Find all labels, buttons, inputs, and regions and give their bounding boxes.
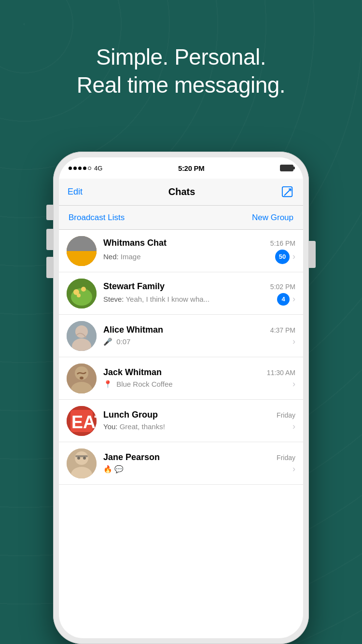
avatar: EAT xyxy=(67,406,97,436)
signal-dots xyxy=(69,167,91,170)
svg-point-16 xyxy=(80,377,84,379)
tagline-line2: Real time messaging. xyxy=(77,72,285,98)
chat-preview-row: 📍 Blue Rock Coffee › xyxy=(103,379,295,389)
chevron-right-icon: › xyxy=(292,421,295,432)
svg-point-9 xyxy=(77,294,81,297)
chevron-right-icon: › xyxy=(292,294,295,304)
avatar xyxy=(67,321,97,351)
chat-preview-row: Steve: Yeah, I think I know wha... 4 › xyxy=(103,293,295,306)
chevron-right-icon: › xyxy=(292,464,295,474)
unread-badge: 4 xyxy=(277,293,290,306)
carrier-text: 4G xyxy=(94,165,102,172)
chat-preview: You: Great, thanks! xyxy=(103,422,290,431)
svg-rect-25 xyxy=(75,455,88,457)
battery-icon xyxy=(280,165,293,171)
status-time: 5:20 PM xyxy=(178,164,205,172)
chat-content: Stewart Family 5:02 PM Steve: Yeah, I th… xyxy=(103,281,295,306)
tagline: Simple. Personal. Real time messaging. xyxy=(0,43,362,99)
chat-preview-row: Ned: Image 50 › xyxy=(103,250,295,264)
chat-top-row: Stewart Family 5:02 PM xyxy=(103,281,295,292)
volume-down-button[interactable] xyxy=(46,257,53,278)
broadcast-lists-button[interactable]: Broadcast Lists xyxy=(69,213,125,223)
chat-preview-row: 🎤 0:07 › xyxy=(103,336,295,347)
list-item[interactable]: Jack Whitman 11:30 AM 📍 Blue Rock Coffee… xyxy=(59,357,303,400)
page-title: Chats xyxy=(168,186,195,197)
action-bar: Broadcast Lists New Group xyxy=(59,206,303,230)
chat-time: Friday xyxy=(277,454,295,462)
avatar xyxy=(67,279,97,308)
svg-rect-2 xyxy=(67,236,97,266)
compose-button[interactable] xyxy=(281,185,294,199)
unread-badge: 50 xyxy=(275,250,290,264)
svg-line-1 xyxy=(284,189,291,195)
chat-preview: Steve: Yeah, I think I know wha... xyxy=(103,295,274,303)
chat-content: Alice Whitman 4:37 PM 🎤 0:07 › xyxy=(103,325,295,347)
signal-dot-1 xyxy=(69,167,72,170)
chat-preview: Ned: Image xyxy=(103,252,272,261)
chat-name: Alice Whitman xyxy=(103,325,163,335)
list-item[interactable]: Whitmans Chat 5:16 PM Ned: Image 50 › xyxy=(59,230,303,272)
phone-frame: 4G 5:20 PM Edit Chats Broadcast Lists Ne… xyxy=(53,152,309,644)
list-item[interactable]: Stewart Family 5:02 PM Steve: Yeah, I th… xyxy=(59,272,303,315)
mic-icon: 🎤 xyxy=(103,337,112,346)
nav-bar: Edit Chats xyxy=(59,179,303,206)
chat-preview-row: 🔥 💬 › xyxy=(103,464,295,474)
chat-preview: 🎤 0:07 xyxy=(103,337,290,346)
list-item[interactable]: Jane Pearson Friday 🔥 💬 › xyxy=(59,442,303,485)
list-item[interactable]: EAT Lunch Group Friday You: Great, thank… xyxy=(59,400,303,442)
chat-content: Jack Whitman 11:30 AM 📍 Blue Rock Coffee… xyxy=(103,367,295,389)
chat-sender: You: xyxy=(103,422,120,431)
battery-container xyxy=(280,165,293,171)
location-icon: 📍 xyxy=(103,380,112,388)
svg-rect-4 xyxy=(70,245,93,259)
chat-list: Whitmans Chat 5:16 PM Ned: Image 50 › xyxy=(59,230,303,485)
chevron-right-icon: › xyxy=(292,379,295,389)
svg-point-11 xyxy=(75,325,88,338)
chat-sender: Steve: xyxy=(103,295,125,303)
chat-time: Friday xyxy=(277,411,295,419)
chat-name: Jack Whitman xyxy=(103,367,162,378)
signal-dot-2 xyxy=(73,167,77,170)
chat-top-row: Whitmans Chat 5:16 PM xyxy=(103,238,295,248)
signal-carrier: 4G xyxy=(69,165,102,172)
svg-rect-3 xyxy=(67,251,97,266)
chat-time: 4:37 PM xyxy=(270,326,295,334)
chat-preview-row: You: Great, thanks! › xyxy=(103,421,295,432)
svg-text:EAT: EAT xyxy=(71,412,97,432)
chevron-right-icon: › xyxy=(292,336,295,347)
signal-dot-4 xyxy=(83,167,86,170)
new-group-button[interactable]: New Group xyxy=(252,213,293,223)
mute-button[interactable] xyxy=(46,205,53,220)
chat-sender: Ned: xyxy=(103,252,121,261)
signal-dot-3 xyxy=(78,167,82,170)
chat-content: Jane Pearson Friday 🔥 💬 › xyxy=(103,452,295,474)
chat-name: Whitmans Chat xyxy=(103,238,167,248)
avatar xyxy=(67,364,97,393)
chat-name: Jane Pearson xyxy=(103,452,160,462)
signal-dot-5 xyxy=(88,167,91,170)
chevron-right-icon: › xyxy=(292,252,295,262)
status-bar: 4G 5:20 PM xyxy=(59,157,303,179)
chat-top-row: Lunch Group Friday xyxy=(103,410,295,420)
chat-content: Whitmans Chat 5:16 PM Ned: Image 50 › xyxy=(103,238,295,264)
chat-top-row: Jane Pearson Friday xyxy=(103,452,295,462)
svg-rect-0 xyxy=(282,186,292,196)
phone-screen: 4G 5:20 PM Edit Chats Broadcast Lists Ne… xyxy=(59,157,303,638)
avatar xyxy=(67,236,97,266)
avatar xyxy=(67,448,97,478)
chat-top-row: Alice Whitman 4:37 PM xyxy=(103,325,295,335)
svg-point-8 xyxy=(81,287,86,292)
chat-content: Lunch Group Friday You: Great, thanks! › xyxy=(103,410,295,432)
power-button[interactable] xyxy=(309,241,316,268)
chat-time: 11:30 AM xyxy=(267,369,295,377)
list-item[interactable]: Alice Whitman 4:37 PM 🎤 0:07 › xyxy=(59,315,303,357)
chat-time: 5:02 PM xyxy=(270,283,295,291)
svg-point-21 xyxy=(75,451,88,465)
chat-top-row: Jack Whitman 11:30 AM xyxy=(103,367,295,378)
tagline-line1: Simple. Personal. xyxy=(96,44,266,70)
chat-preview: 🔥 💬 xyxy=(103,465,290,474)
volume-up-button[interactable] xyxy=(46,229,53,250)
edit-button[interactable]: Edit xyxy=(68,187,83,197)
chat-time: 5:16 PM xyxy=(270,239,295,247)
chat-name: Lunch Group xyxy=(103,410,158,420)
